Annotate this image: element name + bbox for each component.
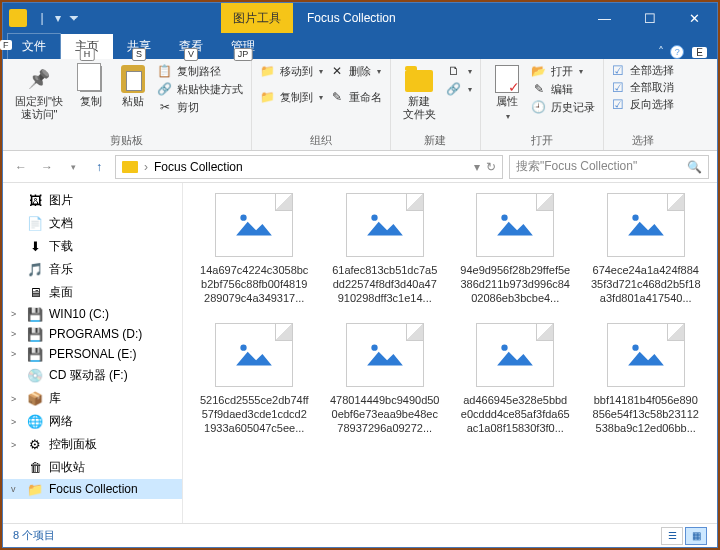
cp-icon: ⚙ — [27, 438, 43, 452]
help-icon[interactable]: ? — [670, 45, 684, 59]
file-name: 94e9d956f28b29ffef5e386d211b973d996c8402… — [460, 263, 570, 305]
tree-item[interactable]: >📦库 — [3, 387, 182, 410]
tree-label: CD 驱动器 (F:) — [49, 367, 128, 384]
new-folder-button[interactable]: 新建 文件夹 — [399, 63, 440, 123]
file-item[interactable]: 478014449bc9490d500ebf6e73eaa9be48ec7893… — [328, 323, 443, 435]
tree-item[interactable]: >💾PROGRAMS (D:) — [3, 324, 182, 344]
tree-item[interactable]: ⬇下载 — [3, 235, 182, 258]
svg-point-23 — [632, 345, 638, 351]
tab-管理[interactable]: 管理JP — [217, 34, 269, 59]
tree-label: 控制面板 — [49, 436, 97, 453]
copy-to-button[interactable]: 📁复制到▾ — [260, 89, 323, 105]
history-button[interactable]: 🕘历史记录 — [531, 99, 595, 115]
new-item-button[interactable]: 🗋▾ — [446, 63, 472, 79]
breadcrumb[interactable]: Focus Collection — [154, 160, 243, 174]
minimize-button[interactable]: — — [582, 3, 627, 33]
contextual-tab[interactable]: 图片工具 — [221, 3, 293, 33]
select-none-button[interactable]: 全部取消 — [612, 80, 674, 95]
file-item[interactable]: bbf14181b4f056e890856e54f13c58b23112538b… — [589, 323, 704, 435]
paste-shortcut-button[interactable]: 🔗粘贴快捷方式 — [157, 81, 243, 97]
svg-point-2 — [241, 215, 247, 221]
image-icon — [215, 193, 293, 257]
image-icon — [476, 323, 554, 387]
delete-button[interactable]: ✕删除▾ — [329, 63, 382, 79]
icons-view-button[interactable]: ▦ — [685, 527, 707, 545]
address-box[interactable]: › Focus Collection ▾ ↻ — [115, 155, 503, 179]
back-button[interactable]: ← — [11, 157, 31, 177]
easy-access-button[interactable]: 🔗▾ — [446, 81, 472, 97]
move-to-button[interactable]: 📁移动到▾ — [260, 63, 323, 79]
tree-item[interactable]: 🖼图片 — [3, 189, 182, 212]
image-icon — [476, 193, 554, 257]
tab-查看[interactable]: 查看V — [165, 34, 217, 59]
rename-button[interactable]: ✎重命名 — [329, 89, 382, 105]
file-item[interactable]: 674ece24a1a424f88435f3d721c468d2b5f18a3f… — [589, 193, 704, 305]
tree-label: WIN10 (C:) — [49, 307, 109, 321]
tree-item[interactable]: >💾PERSONAL (E:) — [3, 344, 182, 364]
file-item[interactable]: ad466945e328e5bbde0cddd4ce85af3fda65ac1a… — [458, 323, 573, 435]
forward-button[interactable]: → — [37, 157, 57, 177]
image-icon — [346, 323, 424, 387]
svg-rect-3 — [364, 209, 406, 241]
pin-icon — [25, 65, 53, 93]
file-tab[interactable]: F 文件 — [7, 33, 61, 59]
search-input[interactable]: 搜索"Focus Collection" 🔍 — [509, 155, 709, 179]
tree-item[interactable]: v📁Focus Collection — [3, 479, 182, 499]
doc-icon: 📄 — [27, 217, 43, 231]
open-button[interactable]: 📂打开▾ — [531, 63, 595, 79]
tree-item[interactable]: 📄文档 — [3, 212, 182, 235]
tree-item[interactable]: >⚙控制面板 — [3, 433, 182, 456]
move-icon: 📁 — [260, 63, 276, 79]
tree-item[interactable]: 🖥桌面 — [3, 281, 182, 304]
edit-button[interactable]: ✎编辑 — [531, 81, 595, 97]
tree-label: 桌面 — [49, 284, 73, 301]
image-icon — [346, 193, 424, 257]
tree-label: PROGRAMS (D:) — [49, 327, 142, 341]
pic-icon: 🖼 — [27, 194, 43, 208]
copy-to-icon: 📁 — [260, 89, 276, 105]
tree-item[interactable]: 🎵音乐 — [3, 258, 182, 281]
up-button[interactable]: ↑ — [89, 157, 109, 177]
details-view-button[interactable]: ☰ — [661, 527, 683, 545]
nav-tree[interactable]: 🖼图片📄文档⬇下载🎵音乐🖥桌面>💾WIN10 (C:)>💾PROGRAMS (D… — [3, 183, 183, 523]
copy-path-button[interactable]: 📋复制路径 — [157, 63, 243, 79]
folder-icon — [122, 161, 138, 173]
e-badge: E — [692, 47, 707, 58]
copy-button[interactable]: 复制 — [73, 63, 109, 110]
copy-path-icon: 📋 — [157, 63, 173, 79]
select-all-button[interactable]: 全部选择 — [612, 63, 674, 78]
tree-item[interactable]: >🌐网络 — [3, 410, 182, 433]
file-item[interactable]: 94e9d956f28b29ffef5e386d211b973d996c8402… — [458, 193, 573, 305]
maximize-button[interactable]: ☐ — [627, 3, 672, 33]
recent-button[interactable]: ▾ — [63, 157, 83, 177]
file-item[interactable]: 5216cd2555ce2db74ff57f9daed3cde1cdcd2193… — [197, 323, 312, 435]
cut-button[interactable]: ✂剪切 — [157, 99, 243, 115]
address-dropdown[interactable]: ▾ — [474, 160, 480, 174]
svg-rect-18 — [494, 339, 536, 371]
organize-group-label: 组织 — [260, 133, 382, 148]
tree-item[interactable]: 🗑回收站 — [3, 456, 182, 479]
invert-selection-button[interactable]: 反向选择 — [612, 97, 674, 112]
qa-dropdown[interactable]: ▾ — [51, 11, 65, 25]
file-name: 478014449bc9490d500ebf6e73eaa9be48ec7893… — [330, 393, 440, 435]
pin-quick-access-button[interactable]: 固定到"快 速访问" — [11, 63, 67, 123]
status-bar: 8 个项目 ☰ ▦ — [3, 523, 717, 547]
file-item[interactable]: 61afec813cb51dc7a5dd22574f8df3d40a479102… — [328, 193, 443, 305]
tab-共享[interactable]: 共享S — [113, 34, 165, 59]
tree-item[interactable]: 💿CD 驱动器 (F:) — [3, 364, 182, 387]
file-name: ad466945e328e5bbde0cddd4ce85af3fda65ac1a… — [460, 393, 570, 435]
tree-item[interactable]: >💾WIN10 (C:) — [3, 304, 182, 324]
refresh-button[interactable]: ↻ — [486, 160, 496, 174]
close-button[interactable]: ✕ — [672, 3, 717, 33]
file-view[interactable]: 14a697c4224c3058bcb2bf756c88fb00f4819289… — [183, 183, 717, 523]
tab-主页[interactable]: 主页H — [61, 34, 113, 59]
paste-button[interactable]: 粘贴 — [115, 63, 151, 110]
easy-access-icon: 🔗 — [446, 81, 462, 97]
svg-rect-12 — [233, 339, 275, 371]
ribbon-tabs: F 文件 主页H共享S查看V管理JP ˄ ? E — [3, 33, 717, 59]
ribbon-collapse-icon[interactable]: ˄ — [658, 45, 664, 59]
svg-point-8 — [502, 215, 508, 221]
properties-button[interactable]: 属性▾ — [489, 63, 525, 125]
qa-more[interactable]: ⏷ — [67, 11, 81, 25]
file-item[interactable]: 14a697c4224c3058bcb2bf756c88fb00f4819289… — [197, 193, 312, 305]
